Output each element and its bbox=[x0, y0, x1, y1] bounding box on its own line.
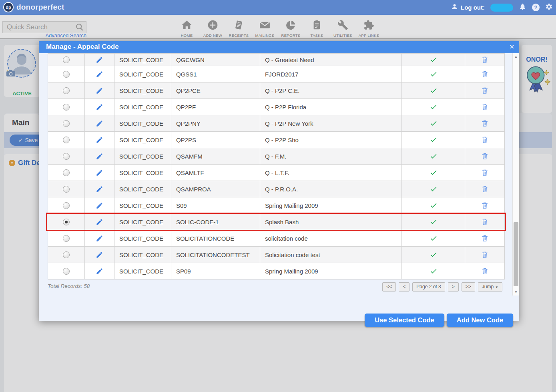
search-icon[interactable] bbox=[75, 23, 84, 32]
edit-pencil-icon[interactable] bbox=[96, 234, 103, 241]
delete-trash-icon[interactable] bbox=[481, 234, 489, 241]
edit-pencil-icon[interactable] bbox=[96, 56, 103, 62]
prev-page-button[interactable]: < bbox=[399, 282, 409, 291]
edit-pencil-icon[interactable] bbox=[96, 201, 103, 208]
table-row[interactable]: SOLICIT_CODEQGSS1FJORD2017 bbox=[48, 66, 505, 82]
utilities-icon bbox=[337, 20, 348, 32]
nav-item-home[interactable]: HOME bbox=[174, 20, 200, 38]
edit-pencil-icon[interactable] bbox=[96, 103, 103, 110]
nav-item-utilities[interactable]: UTILITIES bbox=[330, 20, 356, 38]
active-check-icon bbox=[430, 169, 438, 175]
row-radio[interactable] bbox=[63, 120, 70, 127]
quick-search-input[interactable] bbox=[2, 21, 86, 33]
table-row[interactable]: SOLICIT_CODEQP2PFQ - P2P Florida bbox=[48, 99, 505, 115]
delete-trash-icon[interactable] bbox=[481, 56, 489, 62]
nav-item-reports[interactable]: REPORTS bbox=[278, 20, 304, 38]
nav-item-tasks[interactable]: TASKS bbox=[304, 20, 330, 38]
edit-pencil-icon[interactable] bbox=[96, 218, 103, 225]
logout-link[interactable]: Log out: bbox=[461, 4, 485, 11]
row-radio[interactable] bbox=[63, 137, 70, 143]
description-cell: Spring Mailing 2009 bbox=[260, 197, 402, 214]
page-indicator: Page 2 of 3 bbox=[412, 282, 445, 291]
row-radio[interactable] bbox=[63, 268, 70, 275]
table-row[interactable]: SOLICIT_CODEQP2PSQ - P2P Sho bbox=[48, 132, 505, 148]
row-radio[interactable] bbox=[63, 235, 70, 242]
scroll-down-arrow[interactable]: ▼ bbox=[513, 290, 519, 294]
row-radio[interactable] bbox=[63, 56, 70, 63]
code-cell: QP2PNY bbox=[171, 115, 260, 132]
row-radio[interactable] bbox=[63, 186, 70, 193]
edit-pencil-icon[interactable] bbox=[96, 267, 103, 274]
next-page-button[interactable]: > bbox=[448, 282, 459, 291]
last-page-button[interactable]: >> bbox=[462, 282, 475, 291]
delete-trash-icon[interactable] bbox=[481, 251, 489, 257]
code-type-cell: SOLICIT_CODE bbox=[114, 263, 171, 279]
row-radio[interactable] bbox=[63, 169, 70, 176]
row-radio[interactable] bbox=[63, 251, 70, 258]
delete-trash-icon[interactable] bbox=[481, 152, 489, 159]
nav-item-mailings[interactable]: MAILINGS bbox=[252, 20, 278, 38]
table-row[interactable]: SOLICIT_CODEQP2PNYQ - P2P New York bbox=[48, 115, 505, 132]
edit-pencil-icon[interactable] bbox=[96, 169, 103, 175]
notifications-bell-icon[interactable] bbox=[519, 3, 526, 12]
active-check-icon bbox=[430, 119, 438, 126]
delete-trash-icon[interactable] bbox=[481, 169, 489, 175]
delete-trash-icon[interactable] bbox=[481, 86, 489, 93]
delete-trash-icon[interactable] bbox=[481, 103, 489, 110]
row-radio[interactable] bbox=[63, 153, 70, 160]
settings-gear-icon[interactable] bbox=[545, 3, 553, 12]
table-row[interactable]: SOLICIT_CODEQSAMPROAQ - P.R.O.A. bbox=[48, 181, 505, 197]
reports-icon bbox=[285, 20, 296, 32]
code-type-cell: SOLICIT_CODE bbox=[114, 214, 171, 230]
jump-dropdown[interactable]: Jump▼ bbox=[478, 282, 502, 291]
code-type-cell: SOLICIT_CODE bbox=[114, 82, 171, 99]
modal-scrollbar[interactable]: ▲ ▼ bbox=[512, 53, 519, 296]
help-icon[interactable]: ? bbox=[532, 4, 540, 11]
table-row[interactable]: SOLICIT_CODESOLICITATIONCODEsolicitation… bbox=[48, 230, 505, 247]
manage-appeal-code-modal: Manage - Appeal Code ✕ SOLICIT_CODEQGCWG… bbox=[39, 41, 519, 321]
edit-pencil-icon[interactable] bbox=[96, 251, 103, 257]
edit-pencil-icon[interactable] bbox=[96, 185, 103, 192]
edit-pencil-icon[interactable] bbox=[96, 86, 103, 93]
delete-trash-icon[interactable] bbox=[481, 136, 489, 143]
nav-item-add-new[interactable]: ADD NEW bbox=[200, 20, 226, 38]
use-selected-code-button[interactable]: Use Selected Code bbox=[365, 314, 444, 327]
row-radio[interactable] bbox=[63, 219, 70, 225]
table-row[interactable]: SOLICIT_CODESOLICITATIONCODETESTSolicita… bbox=[48, 247, 505, 263]
table-row[interactable]: SOLICIT_CODEQSAMLTFQ - L.T.F. bbox=[48, 165, 505, 181]
edit-pencil-icon[interactable] bbox=[96, 70, 103, 77]
edit-pencil-icon[interactable] bbox=[96, 152, 103, 159]
row-radio[interactable] bbox=[63, 71, 70, 78]
table-row[interactable]: SOLICIT_CODEQSAMFMQ - F.M. bbox=[48, 148, 505, 165]
advanced-search-link[interactable]: Advanced Search bbox=[0, 32, 86, 38]
scroll-up-arrow[interactable]: ▲ bbox=[513, 55, 519, 58]
table-row[interactable]: SOLICIT_CODEQGCWGNQ - Greatest Need bbox=[48, 54, 505, 66]
delete-trash-icon[interactable] bbox=[481, 119, 489, 126]
scrollbar-thumb[interactable] bbox=[514, 222, 518, 286]
description-cell: Q - P2P New York bbox=[260, 115, 402, 132]
nav-item-app-links[interactable]: APP LINKS bbox=[356, 20, 382, 38]
modal-body: SOLICIT_CODEQGCWGNQ - Greatest NeedSOLIC… bbox=[39, 53, 519, 321]
table-row[interactable]: SOLICIT_CODESOLIC-CODE-1Splash Bash bbox=[48, 214, 505, 230]
nav-item-receipts[interactable]: RECEIPTS bbox=[226, 20, 252, 38]
code-cell: QSAMPROA bbox=[171, 181, 260, 197]
close-icon[interactable]: ✕ bbox=[509, 43, 514, 50]
delete-trash-icon[interactable] bbox=[481, 185, 489, 192]
table-row[interactable]: SOLICIT_CODES09Spring Mailing 2009 bbox=[48, 197, 505, 214]
row-radio[interactable] bbox=[63, 202, 70, 209]
edit-pencil-icon[interactable] bbox=[96, 119, 103, 126]
add-new-code-button[interactable]: Add New Code bbox=[447, 314, 513, 327]
code-cell: QGSS1 bbox=[171, 66, 260, 82]
edit-pencil-icon[interactable] bbox=[96, 136, 103, 143]
delete-trash-icon[interactable] bbox=[481, 267, 489, 274]
delete-trash-icon[interactable] bbox=[481, 218, 489, 225]
row-radio[interactable] bbox=[63, 87, 70, 94]
mailings-icon bbox=[259, 20, 270, 32]
delete-trash-icon[interactable] bbox=[481, 201, 489, 208]
first-page-button[interactable]: << bbox=[382, 282, 396, 291]
table-row[interactable]: SOLICIT_CODESP09Spring Mailing 2009 bbox=[48, 263, 505, 279]
row-radio[interactable] bbox=[63, 104, 70, 111]
description-cell: Q - L.T.F. bbox=[260, 165, 402, 181]
table-row[interactable]: SOLICIT_CODEQP2PCEQ - P2P C.E. bbox=[48, 82, 505, 99]
delete-trash-icon[interactable] bbox=[481, 70, 489, 77]
